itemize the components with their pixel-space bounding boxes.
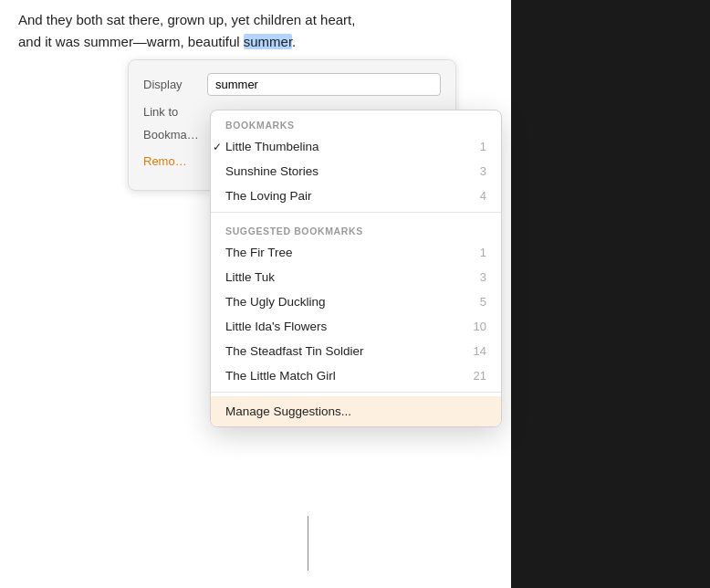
manage-suggestions-label: Manage Suggestions...: [225, 404, 486, 418]
text-line2-before: and it was summer—warm, beautiful: [18, 34, 244, 49]
suggested-item-label: Little Tuk: [225, 270, 473, 284]
manage-suggestions-item[interactable]: Manage Suggestions...: [211, 396, 501, 426]
suggested-item-fir-tree[interactable]: The Fir Tree 1: [211, 240, 501, 265]
connector-line: [308, 516, 308, 571]
suggested-item-match-girl[interactable]: The Little Match Girl 21: [211, 363, 501, 388]
display-input[interactable]: [207, 73, 441, 96]
suggested-item-num: 21: [474, 369, 486, 383]
bookmarks-section-header: BOOKMARKS: [211, 110, 501, 134]
suggested-item-label: The Steadfast Tin Soldier: [225, 344, 466, 358]
bookmark-item-label: Sunshine Stories: [225, 164, 473, 178]
bookmark-label: Bookma…: [143, 128, 207, 142]
remove-link[interactable]: Remo…: [143, 154, 187, 168]
suggested-item-label: The Ugly Duckling: [225, 295, 473, 309]
display-row: Display: [143, 73, 441, 96]
bookmark-item-sunshine[interactable]: Sunshine Stories 3: [211, 159, 501, 184]
section-divider: [211, 212, 501, 213]
suggested-item-tin-soldier[interactable]: The Steadfast Tin Soldier 14: [211, 339, 501, 363]
suggested-item-ugly-duckling[interactable]: The Ugly Duckling 5: [211, 289, 501, 314]
text-line1: And they both sat there, grown up, yet c…: [18, 12, 355, 27]
bookmark-item-num: 3: [480, 164, 486, 178]
suggested-item-num: 3: [480, 270, 486, 284]
suggested-item-little-tuk[interactable]: Little Tuk 3: [211, 265, 501, 289]
suggested-item-label: The Little Match Girl: [225, 369, 466, 383]
text-content: And they both sat there, grown up, yet c…: [18, 9, 493, 53]
suggested-item-num: 14: [474, 344, 486, 358]
bookmark-item-thumbelina[interactable]: ✓ Little Thumbelina 1: [211, 134, 501, 159]
suggested-item-idas-flowers[interactable]: Little Ida's Flowers 10: [211, 314, 501, 339]
highlighted-word: summer: [244, 34, 292, 49]
bookmark-item-label: The Loving Pair: [225, 189, 473, 203]
suggested-section-header: SUGGESTED BOOKMARKS: [211, 216, 501, 240]
bookmark-item-num: 4: [480, 189, 486, 203]
check-icon: ✓: [213, 141, 222, 153]
text-line2-after: .: [292, 34, 296, 49]
suggested-item-num: 5: [480, 295, 486, 309]
bookmark-item-loving-pair[interactable]: The Loving Pair 4: [211, 184, 501, 208]
display-label: Display: [143, 78, 207, 91]
suggested-item-num: 10: [474, 320, 486, 333]
bookmark-dropdown: BOOKMARKS ✓ Little Thumbelina 1 Sunshine…: [210, 110, 502, 427]
suggested-item-num: 1: [480, 246, 486, 259]
link-to-label: Link to: [143, 105, 207, 119]
manage-divider: [211, 392, 501, 393]
bookmark-item-label: Little Thumbelina: [225, 140, 473, 153]
bookmark-item-num: 1: [480, 140, 486, 153]
suggested-item-label: Little Ida's Flowers: [225, 320, 466, 333]
suggested-item-label: The Fir Tree: [225, 246, 473, 259]
